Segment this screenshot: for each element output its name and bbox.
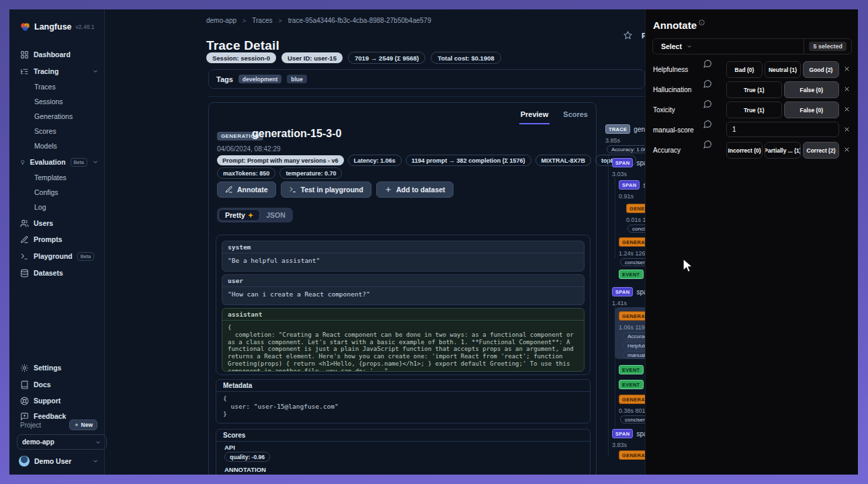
option-true[interactable]: True (1) xyxy=(726,81,782,98)
tree-guide-line xyxy=(615,177,615,258)
score-label-accuracy: Accuracy xyxy=(653,147,681,154)
tree-node-duration: 0.38s 801 xyxy=(619,407,646,414)
tree-guide-line xyxy=(608,154,609,456)
comment-bubble-icon[interactable] xyxy=(703,140,712,149)
option-bad[interactable]: Bad (0) xyxy=(726,61,763,78)
remove-score-icon[interactable] xyxy=(843,126,851,133)
score-label-manual-score: manual-score xyxy=(653,126,694,134)
info-icon[interactable] xyxy=(699,19,705,26)
annotate-title: Annotate xyxy=(653,19,705,31)
manual-score-input[interactable] xyxy=(726,122,839,137)
tree-node-duration: 3.83s xyxy=(612,442,627,448)
selected-count-badge: 5 selected xyxy=(804,39,851,54)
option-correct-selected[interactable]: Correct (2) xyxy=(803,142,839,159)
score-label-toxicity: Toxicity xyxy=(653,106,675,114)
option-incorrect[interactable]: Incorrect (0) xyxy=(726,142,763,159)
annotate-title-text: Annotate xyxy=(653,19,697,31)
score-options-hallucination: True (1) False (0) xyxy=(726,81,839,98)
app-window: Langfuse v2.48.1 Dashboard Tracing Trace… xyxy=(9,9,858,475)
option-good-selected[interactable]: Good (2) xyxy=(803,61,839,78)
select-placeholder: Select xyxy=(661,42,682,50)
score-options-accuracy: Incorrect (0) Partially ... (1) Correct … xyxy=(726,142,839,159)
tree-node-duration: 0.91s xyxy=(619,193,634,200)
span-badge: SPAN xyxy=(612,287,633,296)
trace-badge: TRACE xyxy=(605,124,630,134)
span-badge: SPAN xyxy=(619,180,640,190)
score-options-toxicity: True (1) False (0) xyxy=(726,102,839,118)
option-true[interactable]: True (1) xyxy=(726,102,782,118)
tree-node-duration: 1.06s 1194 xyxy=(619,324,648,331)
score-label-helpfulness: Helpfulness xyxy=(653,66,688,73)
tree-node-duration: 1.41s xyxy=(612,300,627,307)
event-badge: EVENT xyxy=(619,270,644,279)
event-badge: EVENT xyxy=(619,380,644,389)
remove-score-icon[interactable] xyxy=(843,106,851,113)
annotate-panel: Annotate Select 5 selected Helpfulness B… xyxy=(645,9,858,475)
tree-node-duration: 3.03s xyxy=(612,171,627,177)
span-badge: SPAN xyxy=(612,158,633,167)
mouse-cursor xyxy=(680,257,696,275)
comment-bubble-icon[interactable] xyxy=(703,99,712,108)
tree-node-duration: 1.24s 1266 xyxy=(619,250,649,257)
comment-bubble-icon[interactable] xyxy=(703,79,712,88)
chevron-down-icon xyxy=(686,43,693,50)
score-select-dropdown[interactable]: Select 5 selected xyxy=(652,38,852,54)
option-neutral[interactable]: Neutral (1) xyxy=(765,61,801,78)
tree-node-duration: 3.85s xyxy=(605,137,620,144)
event-badge: EVENT xyxy=(619,365,644,374)
score-label-hallucination: Hallucination xyxy=(653,86,691,93)
comment-bubble-icon[interactable] xyxy=(703,120,712,128)
option-partially[interactable]: Partially ... (1) xyxy=(765,142,801,159)
option-false-selected[interactable]: False (0) xyxy=(784,102,840,118)
option-false-selected[interactable]: False (0) xyxy=(784,81,840,98)
remove-score-icon[interactable] xyxy=(843,65,851,73)
remove-score-icon[interactable] xyxy=(843,146,851,153)
score-options-helpfulness: Bad (0) Neutral (1) Good (2) xyxy=(726,61,839,78)
span-badge: SPAN xyxy=(612,429,633,438)
remove-score-icon[interactable] xyxy=(843,85,851,93)
comment-bubble-icon[interactable] xyxy=(703,59,712,68)
